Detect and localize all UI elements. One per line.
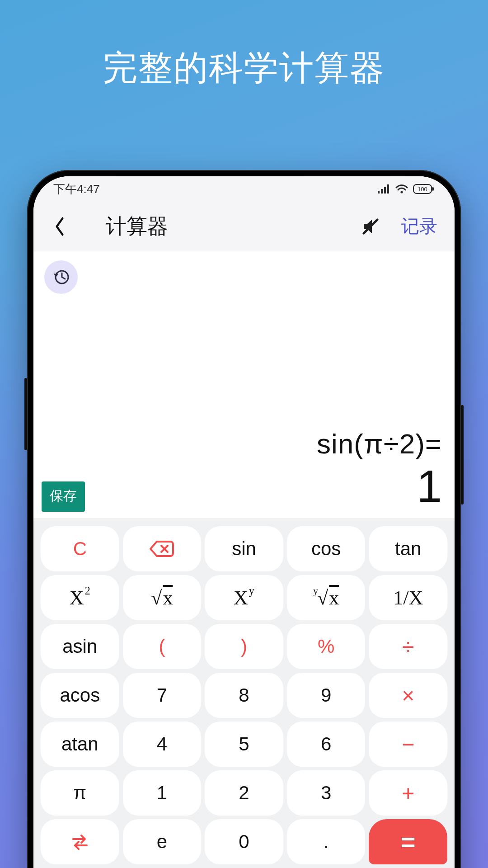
- chevron-left-icon: [54, 217, 66, 236]
- key-1[interactable]: 1: [123, 770, 202, 816]
- key-power[interactable]: Xy: [205, 575, 283, 620]
- key-3[interactable]: 3: [287, 770, 366, 816]
- promo-title: 完整的科学计算器: [103, 45, 385, 92]
- nav-bar: 计算器 记录: [33, 202, 455, 251]
- key-nth-root[interactable]: y√x: [287, 575, 366, 620]
- phone-frame: 下午4:47 100 计算器: [27, 170, 461, 868]
- history-link[interactable]: 记录: [397, 211, 442, 241]
- backspace-icon: [150, 540, 174, 558]
- key-6[interactable]: 6: [287, 722, 366, 767]
- key-2[interactable]: 2: [205, 770, 283, 816]
- key-0[interactable]: 0: [205, 819, 283, 864]
- key-pi[interactable]: π: [41, 770, 119, 816]
- key-9[interactable]: 9: [287, 673, 366, 718]
- key-cos[interactable]: cos: [287, 526, 366, 571]
- svg-rect-3: [387, 184, 389, 193]
- key-swap[interactable]: [41, 819, 119, 864]
- key-sqrt[interactable]: √x: [123, 575, 202, 620]
- key-clear[interactable]: C: [41, 526, 119, 571]
- key-add[interactable]: +: [369, 770, 447, 816]
- key-asin[interactable]: asin: [41, 624, 119, 669]
- page-title: 计算器: [106, 212, 168, 241]
- key-inverse[interactable]: 1/X: [369, 575, 447, 620]
- svg-point-4: [400, 191, 403, 193]
- key-acos[interactable]: acos: [41, 673, 119, 718]
- keypad: C sin cos tan X2 √x Xy y√x 1/X asin ( ) …: [33, 518, 455, 868]
- key-percent[interactable]: %: [287, 624, 366, 669]
- svg-rect-1: [381, 189, 383, 193]
- key-tan[interactable]: tan: [369, 526, 447, 571]
- svg-rect-6: [432, 187, 434, 191]
- key-subtract[interactable]: −: [369, 722, 447, 767]
- key-multiply[interactable]: ×: [369, 673, 447, 718]
- svg-rect-0: [378, 191, 380, 193]
- swap-icon: [70, 834, 90, 850]
- key-e[interactable]: e: [123, 819, 202, 864]
- wifi-icon: [395, 184, 408, 194]
- expression-display: sin(π÷2)=: [44, 428, 442, 460]
- key-5[interactable]: 5: [205, 722, 283, 767]
- history-icon: [52, 268, 70, 286]
- status-time: 下午4:47: [53, 181, 100, 197]
- key-lparen[interactable]: (: [123, 624, 202, 669]
- key-atan[interactable]: atan: [41, 722, 119, 767]
- key-divide[interactable]: ÷: [369, 624, 447, 669]
- battery-icon: 100: [413, 184, 435, 194]
- speaker-mute-icon: [361, 217, 380, 236]
- svg-rect-2: [384, 187, 386, 193]
- key-rparen[interactable]: ): [205, 624, 283, 669]
- phone-screen: 下午4:47 100 计算器: [33, 176, 455, 868]
- key-square[interactable]: X2: [41, 575, 119, 620]
- key-dot[interactable]: .: [287, 819, 366, 864]
- key-7[interactable]: 7: [123, 673, 202, 718]
- status-bar: 下午4:47 100: [33, 176, 455, 202]
- key-8[interactable]: 8: [205, 673, 283, 718]
- mute-button[interactable]: [357, 213, 384, 240]
- result-display: 1: [44, 462, 442, 510]
- display-area: sin(π÷2)= 1 保存: [33, 251, 455, 518]
- key-backspace[interactable]: [123, 526, 202, 571]
- save-button[interactable]: 保存: [42, 481, 85, 512]
- svg-text:100: 100: [418, 186, 427, 193]
- signal-icon: [378, 184, 390, 193]
- back-button[interactable]: [46, 213, 73, 240]
- history-button[interactable]: [44, 260, 78, 294]
- key-equals[interactable]: =: [369, 819, 447, 864]
- key-4[interactable]: 4: [123, 722, 202, 767]
- key-sin[interactable]: sin: [205, 526, 283, 571]
